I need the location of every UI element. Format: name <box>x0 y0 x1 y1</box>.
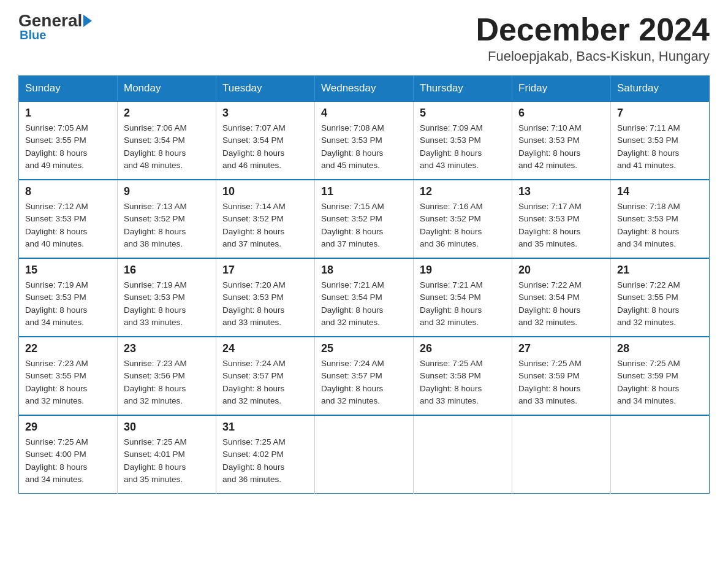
day-info: Sunrise: 7:25 AMSunset: 4:00 PMDaylight:… <box>25 437 88 484</box>
day-number: 1 <box>25 107 111 120</box>
day-number: 23 <box>124 342 210 355</box>
calendar-cell: 4 Sunrise: 7:08 AMSunset: 3:53 PMDayligh… <box>315 101 414 180</box>
day-number: 18 <box>321 264 407 277</box>
day-number: 7 <box>617 107 703 120</box>
day-info: Sunrise: 7:25 AMSunset: 3:59 PMDaylight:… <box>617 359 680 405</box>
day-number: 25 <box>321 342 407 355</box>
calendar-table: SundayMondayTuesdayWednesdayThursdayFrid… <box>18 75 710 494</box>
weekday-header-saturday: Saturday <box>611 76 710 102</box>
day-info: Sunrise: 7:12 AMSunset: 3:53 PMDaylight:… <box>25 202 88 248</box>
day-info: Sunrise: 7:08 AMSunset: 3:53 PMDaylight:… <box>321 123 384 170</box>
day-info: Sunrise: 7:21 AMSunset: 3:54 PMDaylight:… <box>321 280 384 327</box>
day-info: Sunrise: 7:09 AMSunset: 3:53 PMDaylight:… <box>420 123 483 170</box>
logo-general: General <box>18 11 82 30</box>
day-number: 30 <box>124 421 210 434</box>
calendar-cell: 26 Sunrise: 7:25 AMSunset: 3:58 PMDaylig… <box>414 337 512 415</box>
day-info: Sunrise: 7:14 AMSunset: 3:52 PMDaylight:… <box>222 202 286 248</box>
calendar-cell <box>315 415 414 494</box>
day-info: Sunrise: 7:23 AMSunset: 3:56 PMDaylight:… <box>124 359 187 405</box>
day-number: 13 <box>518 185 604 198</box>
calendar-cell: 12 Sunrise: 7:16 AMSunset: 3:52 PMDaylig… <box>414 180 512 258</box>
calendar-cell <box>414 415 512 494</box>
day-number: 2 <box>124 107 210 120</box>
calendar-cell <box>512 415 611 494</box>
day-info: Sunrise: 7:07 AMSunset: 3:54 PMDaylight:… <box>222 123 286 170</box>
day-info: Sunrise: 7:22 AMSunset: 3:54 PMDaylight:… <box>518 280 582 327</box>
month-title: December 2024 <box>476 12 710 47</box>
calendar-cell: 1 Sunrise: 7:05 AMSunset: 3:55 PMDayligh… <box>19 101 118 180</box>
day-number: 31 <box>222 421 308 434</box>
calendar-cell: 25 Sunrise: 7:24 AMSunset: 3:57 PMDaylig… <box>315 337 414 415</box>
logo-arrow-icon <box>83 15 92 27</box>
weekday-header-tuesday: Tuesday <box>216 76 315 102</box>
day-info: Sunrise: 7:16 AMSunset: 3:52 PMDaylight:… <box>420 202 483 248</box>
day-number: 3 <box>222 107 308 120</box>
calendar-cell: 14 Sunrise: 7:18 AMSunset: 3:53 PMDaylig… <box>611 180 710 258</box>
calendar-cell: 8 Sunrise: 7:12 AMSunset: 3:53 PMDayligh… <box>19 180 118 258</box>
day-number: 11 <box>321 185 407 198</box>
calendar-week-row: 29 Sunrise: 7:25 AMSunset: 4:00 PMDaylig… <box>19 415 710 494</box>
day-info: Sunrise: 7:23 AMSunset: 3:55 PMDaylight:… <box>25 359 88 405</box>
page-header: General Blue December 2024 Fueloepjakab,… <box>18 12 710 64</box>
calendar-cell <box>611 415 710 494</box>
day-number: 29 <box>25 421 111 434</box>
day-info: Sunrise: 7:20 AMSunset: 3:53 PMDaylight:… <box>222 280 286 327</box>
calendar-cell: 13 Sunrise: 7:17 AMSunset: 3:53 PMDaylig… <box>512 180 611 258</box>
day-info: Sunrise: 7:25 AMSunset: 4:02 PMDaylight:… <box>222 437 286 484</box>
day-number: 10 <box>222 185 308 198</box>
day-number: 15 <box>25 264 111 277</box>
day-number: 26 <box>420 342 506 355</box>
day-number: 22 <box>25 342 111 355</box>
day-info: Sunrise: 7:24 AMSunset: 3:57 PMDaylight:… <box>222 359 286 405</box>
calendar-cell: 28 Sunrise: 7:25 AMSunset: 3:59 PMDaylig… <box>611 337 710 415</box>
calendar-cell: 9 Sunrise: 7:13 AMSunset: 3:52 PMDayligh… <box>118 180 216 258</box>
day-number: 4 <box>321 107 407 120</box>
day-number: 8 <box>25 185 111 198</box>
day-info: Sunrise: 7:19 AMSunset: 3:53 PMDaylight:… <box>124 280 187 327</box>
calendar-cell: 20 Sunrise: 7:22 AMSunset: 3:54 PMDaylig… <box>512 258 611 337</box>
day-number: 19 <box>420 264 506 277</box>
day-number: 12 <box>420 185 506 198</box>
weekday-header-sunday: Sunday <box>19 76 118 102</box>
day-info: Sunrise: 7:17 AMSunset: 3:53 PMDaylight:… <box>518 202 582 248</box>
day-number: 16 <box>124 264 210 277</box>
weekday-header-wednesday: Wednesday <box>315 76 414 102</box>
calendar-cell: 19 Sunrise: 7:21 AMSunset: 3:54 PMDaylig… <box>414 258 512 337</box>
day-info: Sunrise: 7:19 AMSunset: 3:53 PMDaylight:… <box>25 280 88 327</box>
day-info: Sunrise: 7:24 AMSunset: 3:57 PMDaylight:… <box>321 359 384 405</box>
day-number: 6 <box>518 107 604 120</box>
weekday-header-thursday: Thursday <box>414 76 512 102</box>
calendar-cell: 5 Sunrise: 7:09 AMSunset: 3:53 PMDayligh… <box>414 101 512 180</box>
day-info: Sunrise: 7:25 AMSunset: 3:58 PMDaylight:… <box>420 359 483 405</box>
calendar-week-row: 15 Sunrise: 7:19 AMSunset: 3:53 PMDaylig… <box>19 258 710 337</box>
day-number: 20 <box>518 264 604 277</box>
weekday-header-row: SundayMondayTuesdayWednesdayThursdayFrid… <box>19 76 710 102</box>
day-number: 28 <box>617 342 703 355</box>
weekday-header-monday: Monday <box>118 76 216 102</box>
calendar-cell: 6 Sunrise: 7:10 AMSunset: 3:53 PMDayligh… <box>512 101 611 180</box>
calendar-cell: 22 Sunrise: 7:23 AMSunset: 3:55 PMDaylig… <box>19 337 118 415</box>
day-info: Sunrise: 7:13 AMSunset: 3:52 PMDaylight:… <box>124 202 187 248</box>
day-info: Sunrise: 7:25 AMSunset: 3:59 PMDaylight:… <box>518 359 582 405</box>
logo-text: General <box>18 12 92 29</box>
day-info: Sunrise: 7:21 AMSunset: 3:54 PMDaylight:… <box>420 280 483 327</box>
calendar-cell: 2 Sunrise: 7:06 AMSunset: 3:54 PMDayligh… <box>118 101 216 180</box>
calendar-cell: 21 Sunrise: 7:22 AMSunset: 3:55 PMDaylig… <box>611 258 710 337</box>
day-info: Sunrise: 7:15 AMSunset: 3:52 PMDaylight:… <box>321 202 384 248</box>
calendar-cell: 7 Sunrise: 7:11 AMSunset: 3:53 PMDayligh… <box>611 101 710 180</box>
calendar-cell: 16 Sunrise: 7:19 AMSunset: 3:53 PMDaylig… <box>118 258 216 337</box>
calendar-week-row: 22 Sunrise: 7:23 AMSunset: 3:55 PMDaylig… <box>19 337 710 415</box>
day-info: Sunrise: 7:05 AMSunset: 3:55 PMDaylight:… <box>25 123 88 170</box>
title-area: December 2024 Fueloepjakab, Bacs-Kiskun,… <box>476 12 710 64</box>
calendar-cell: 31 Sunrise: 7:25 AMSunset: 4:02 PMDaylig… <box>216 415 315 494</box>
day-number: 14 <box>617 185 703 198</box>
logo: General Blue <box>18 12 92 42</box>
calendar-week-row: 8 Sunrise: 7:12 AMSunset: 3:53 PMDayligh… <box>19 180 710 258</box>
calendar-cell: 11 Sunrise: 7:15 AMSunset: 3:52 PMDaylig… <box>315 180 414 258</box>
day-number: 24 <box>222 342 308 355</box>
day-info: Sunrise: 7:10 AMSunset: 3:53 PMDaylight:… <box>518 123 582 170</box>
logo-blue: Blue <box>18 28 46 42</box>
day-number: 21 <box>617 264 703 277</box>
weekday-header-friday: Friday <box>512 76 611 102</box>
calendar-cell: 3 Sunrise: 7:07 AMSunset: 3:54 PMDayligh… <box>216 101 315 180</box>
